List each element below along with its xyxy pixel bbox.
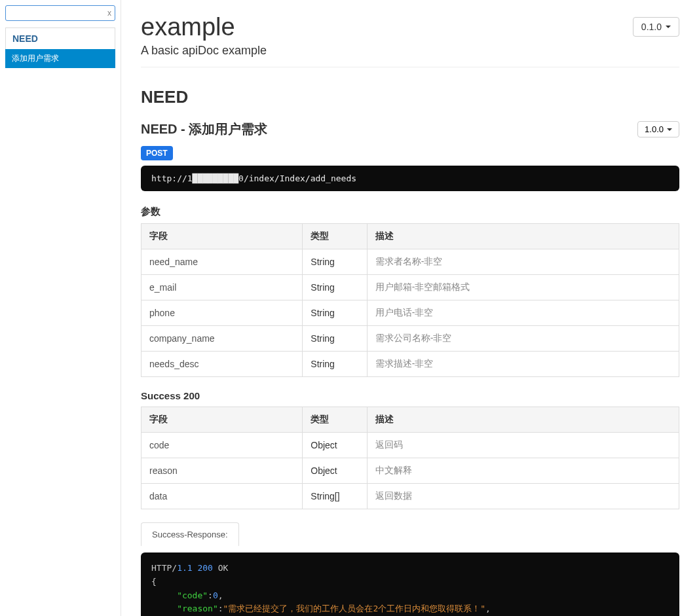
table-row: need_name String 需求者名称-非空 xyxy=(142,249,679,275)
endpoint-version-label: 1.0.0 xyxy=(645,124,664,134)
project-version-button[interactable]: 0.1.0 xyxy=(633,17,679,37)
method-badge: POST xyxy=(141,146,173,160)
endpoint-url: http://1█████████0/index/Index/add_needs xyxy=(141,166,679,191)
sidebar-item-add-need[interactable]: 添加用户需求 xyxy=(5,49,115,68)
tab-success-response[interactable]: Success-Response: xyxy=(141,522,239,546)
success-th-field: 字段 xyxy=(142,407,303,433)
params-th-type: 类型 xyxy=(303,224,368,249)
success-table: 字段 类型 描述 code Object 返回码 reason Object 中… xyxy=(141,407,679,509)
chevron-down-icon xyxy=(666,26,671,28)
group-heading: NEED xyxy=(141,87,679,107)
params-table: 字段 类型 描述 need_name String 需求者名称-非空 e_mai… xyxy=(141,223,679,377)
chevron-down-icon xyxy=(667,128,672,131)
success-th-type: 类型 xyxy=(303,407,368,433)
table-row: code Object 返回码 xyxy=(142,433,679,458)
success-th-desc: 描述 xyxy=(367,407,679,433)
params-th-field: 字段 xyxy=(142,224,303,249)
table-row: reason Object 中文解释 xyxy=(142,458,679,484)
success-response-code: HTTP/1.1 200 OK { "code":0, "reason":"需求… xyxy=(141,553,679,616)
search-input[interactable] xyxy=(5,5,115,21)
endpoint-title: NEED - 添加用户需求 xyxy=(141,120,267,138)
divider xyxy=(141,67,679,67)
table-row: company_name String 需求公司名称-非空 xyxy=(142,326,679,352)
clear-icon[interactable]: x xyxy=(107,9,111,18)
table-row: e_mail String 用户邮箱-非空邮箱格式 xyxy=(142,275,679,300)
success-heading: Success 200 xyxy=(141,390,679,401)
project-title: example xyxy=(141,13,267,41)
params-heading: 参数 xyxy=(141,206,679,218)
main-content: example A basic apiDoc example 0.1.0 NEE… xyxy=(121,0,699,616)
params-th-desc: 描述 xyxy=(367,224,679,249)
sidebar: x NEED 添加用户需求 xyxy=(0,0,121,616)
search-wrap: x xyxy=(5,5,115,21)
table-row: data String[] 返回数据 xyxy=(142,484,679,509)
project-version-label: 0.1.0 xyxy=(641,22,662,32)
table-row: phone String 用户电话-非空 xyxy=(142,300,679,326)
endpoint-version-button[interactable]: 1.0.0 xyxy=(637,121,679,137)
table-row: needs_desc String 需求描述-非空 xyxy=(142,352,679,377)
project-description: A basic apiDoc example xyxy=(141,44,267,58)
sidebar-section-need[interactable]: NEED xyxy=(5,27,115,49)
